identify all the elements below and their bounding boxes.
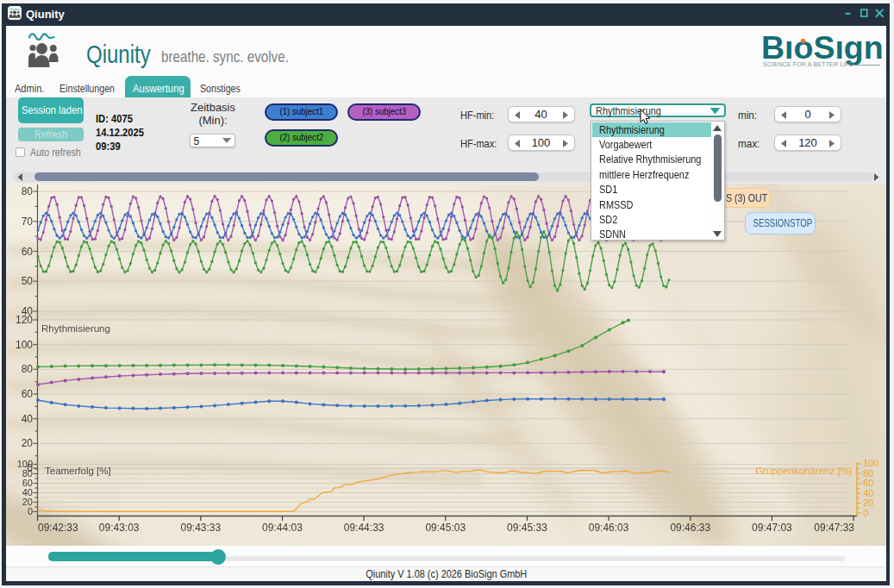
svg-text:100: 100: [16, 339, 33, 351]
svg-text:40: 40: [22, 487, 33, 497]
svg-text:80: 80: [22, 363, 34, 375]
svg-text:09:42:33: 09:42:33: [38, 522, 78, 534]
svg-text:60: 60: [22, 478, 33, 488]
svg-text:80: 80: [863, 468, 873, 479]
svg-text:50: 50: [22, 275, 34, 287]
svg-text:70: 70: [22, 216, 34, 228]
svg-text:60: 60: [22, 246, 34, 258]
svg-text:0: 0: [863, 508, 868, 518]
svg-text:0: 0: [28, 506, 33, 516]
svg-text:09:45:03: 09:45:03: [425, 522, 466, 534]
svg-text:09:46:33: 09:46:33: [670, 522, 710, 534]
svg-text:Gruppenkohärenz [%]: Gruppenkohärenz [%]: [755, 466, 852, 476]
svg-text:100: 100: [17, 459, 33, 469]
svg-text:60: 60: [22, 388, 34, 400]
svg-text:100: 100: [863, 458, 878, 468]
svg-text:09:46:03: 09:46:03: [589, 522, 629, 534]
svg-text:Teamerfolg [%]: Teamerfolg [%]: [45, 466, 111, 476]
svg-text:09:44:33: 09:44:33: [344, 522, 384, 534]
svg-text:20: 20: [22, 497, 33, 507]
svg-text:20: 20: [22, 437, 34, 449]
svg-text:09:45:33: 09:45:33: [507, 522, 547, 534]
svg-text:40: 40: [22, 413, 34, 425]
svg-text:120: 120: [16, 314, 33, 326]
svg-text:09:47:03: 09:47:03: [752, 522, 792, 534]
svg-text:80: 80: [22, 468, 33, 479]
svg-text:09:47:33: 09:47:33: [814, 522, 854, 534]
svg-text:80: 80: [22, 185, 34, 197]
svg-text:09:43:33: 09:43:33: [180, 522, 221, 534]
svg-text:Rhythmisierung: Rhythmisierung: [41, 323, 110, 334]
svg-text:60: 60: [863, 478, 873, 488]
svg-text:09:43:03: 09:43:03: [99, 522, 140, 534]
svg-text:40: 40: [863, 488, 873, 498]
svg-text:09:44:03: 09:44:03: [262, 522, 303, 534]
svg-text:20: 20: [863, 497, 873, 508]
